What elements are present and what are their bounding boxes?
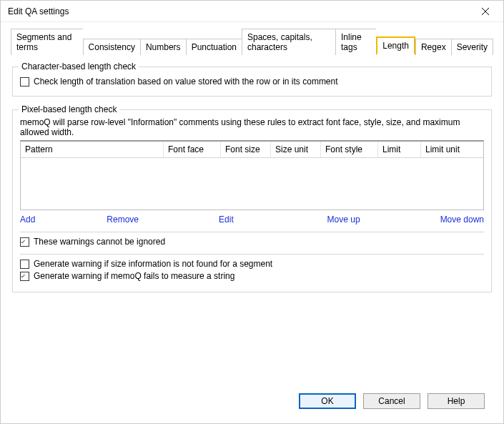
rules-grid[interactable]: Pattern Font face Font size Size unit Fo… [20, 140, 484, 210]
col-header-fontface[interactable]: Font face [164, 142, 221, 157]
tab-bar: Segments and terms Consistency Numbers P… [11, 28, 493, 55]
cancel-button[interactable]: Cancel [363, 393, 420, 409]
col-header-limit[interactable]: Limit [378, 142, 421, 157]
warn-no-size-info-label: Generate warning if size information is … [34, 259, 272, 269]
grid-header: Pattern Font face Font size Size unit Fo… [21, 142, 483, 158]
check-length-label: Check length of translation based on val… [34, 77, 338, 87]
dialog-footer: OK Cancel Help [11, 389, 493, 416]
check-row: Generate warning if size information is … [20, 259, 484, 269]
divider [20, 254, 484, 255]
add-link[interactable]: Add [20, 215, 35, 225]
tab-segments-and-terms[interactable]: Segments and terms [11, 29, 83, 55]
character-length-group: Character-based length check Check lengt… [12, 66, 492, 97]
col-header-pattern[interactable]: Pattern [21, 142, 164, 157]
divider [20, 232, 484, 232]
moveup-link[interactable]: Move up [327, 215, 360, 225]
group-legend: Character-based length check [19, 61, 139, 72]
window-title: Edit QA settings [8, 6, 475, 16]
warn-fail-measure-checkbox[interactable] [20, 272, 29, 281]
movedown-link[interactable]: Move down [440, 215, 484, 225]
col-header-fontstyle[interactable]: Font style [321, 142, 378, 157]
check-row: Generate warning if memoQ fails to measu… [20, 271, 484, 281]
pixel-length-group: Pixel-based length check memoQ will pars… [12, 109, 492, 292]
warnings-cannot-be-ignored-label: These warnings cannot be ignored [34, 237, 165, 247]
check-length-checkbox[interactable] [20, 77, 29, 87]
warnings-cannot-be-ignored-checkbox[interactable] [20, 237, 29, 247]
dialog-body: Segments and terms Consistency Numbers P… [1, 22, 503, 423]
tab-numbers[interactable]: Numbers [140, 39, 186, 55]
title-bar: Edit QA settings [1, 1, 503, 22]
tab-spaces-capitals-characters[interactable]: Spaces, capitals, characters [242, 29, 335, 55]
close-icon [482, 8, 489, 15]
col-header-fontsize[interactable]: Font size [221, 142, 271, 157]
remove-link[interactable]: Remove [107, 215, 139, 225]
tab-inline-tags[interactable]: Inline tags [335, 29, 376, 55]
col-header-sizeunit[interactable]: Size unit [271, 142, 321, 157]
tab-length[interactable]: Length [376, 36, 415, 55]
link-bar: Add Remove Edit Move up Move down [20, 215, 484, 225]
tab-regex[interactable]: Regex [415, 39, 451, 55]
pixel-group-description: memoQ will parse row-level "Information"… [20, 117, 484, 137]
dialog-window: Edit QA settings Segments and terms Cons… [0, 0, 504, 424]
close-button[interactable] [475, 1, 496, 22]
warn-fail-measure-label: Generate warning if memoQ fails to measu… [34, 271, 234, 281]
warn-no-size-info-checkbox[interactable] [20, 260, 29, 269]
tab-severity[interactable]: Severity [451, 39, 493, 55]
help-button[interactable]: Help [428, 393, 485, 409]
tab-punctuation[interactable]: Punctuation [186, 39, 242, 55]
check-row: Check length of translation based on val… [20, 77, 484, 87]
edit-link[interactable]: Edit [219, 215, 234, 225]
group-legend: Pixel-based length check [19, 104, 119, 114]
tab-content: Character-based length check Check lengt… [11, 55, 493, 389]
col-header-limitunit[interactable]: Limit unit [421, 142, 483, 157]
tab-consistency[interactable]: Consistency [83, 39, 140, 55]
check-row: These warnings cannot be ignored [20, 237, 484, 247]
ok-button[interactable]: OK [299, 393, 356, 409]
